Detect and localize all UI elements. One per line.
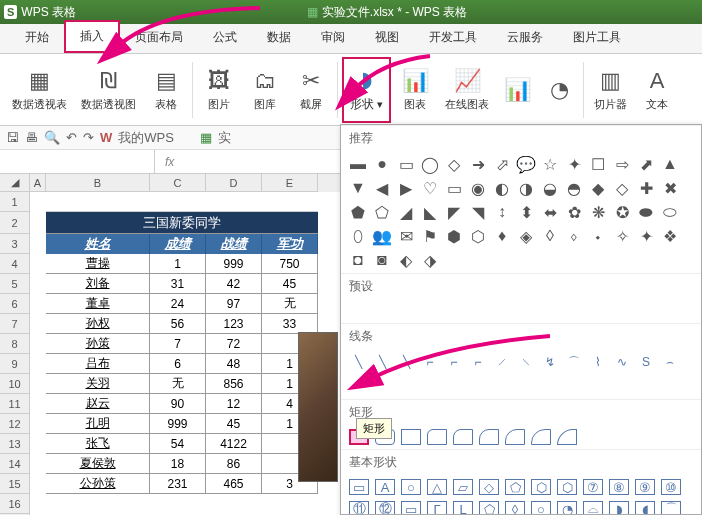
line-shape-option[interactable]: ╲ — [373, 353, 391, 371]
cell-score[interactable]: 18 — [150, 454, 206, 474]
row-header[interactable]: 15 — [0, 474, 29, 494]
shape-option[interactable]: ◉ — [469, 179, 487, 197]
basic-shape-option[interactable]: ⬡ — [557, 479, 577, 495]
shape-option[interactable]: ◙ — [373, 251, 391, 269]
tab-pictools[interactable]: 图片工具 — [558, 22, 636, 53]
shape-option[interactable]: ◒ — [541, 179, 559, 197]
tab-formula[interactable]: 公式 — [198, 22, 252, 53]
cell-name[interactable]: 张飞 — [46, 434, 150, 454]
shape-option[interactable]: ⬢ — [445, 227, 463, 245]
line-shape-option[interactable]: ╲ — [349, 353, 367, 371]
cell-score[interactable]: 999 — [150, 414, 206, 434]
cell-name[interactable]: 关羽 — [46, 374, 150, 394]
shape-option[interactable]: ▭ — [445, 179, 463, 197]
shape-option[interactable]: 💬 — [517, 155, 535, 173]
cell-battle[interactable]: 48 — [206, 354, 262, 374]
line-shape-option[interactable]: ⌐ — [421, 353, 439, 371]
shape-option[interactable]: ❋ — [589, 203, 607, 221]
shape-option[interactable]: ▼ — [349, 179, 367, 197]
cell-battle[interactable]: 465 — [206, 474, 262, 494]
shape-option[interactable]: ✪ — [613, 203, 631, 221]
cell-battle[interactable]: 4122 — [206, 434, 262, 454]
online-chart-button[interactable]: 📈在线图表 — [439, 57, 495, 123]
table-button[interactable]: ▤表格 — [144, 57, 188, 123]
cell-name[interactable]: 孔明 — [46, 414, 150, 434]
cell-name[interactable]: 吕布 — [46, 354, 150, 374]
tab-review[interactable]: 审阅 — [306, 22, 360, 53]
line-shape-option[interactable]: ⌒ — [565, 353, 583, 371]
basic-shape-option[interactable]: ⑦ — [583, 479, 603, 495]
row-header[interactable]: 4 — [0, 254, 29, 274]
basic-shape-option[interactable]: ◗ — [609, 501, 629, 515]
shape-option[interactable]: ✚ — [637, 179, 655, 197]
select-all-corner[interactable]: ◢ — [0, 174, 29, 192]
rect-shape-option[interactable] — [557, 429, 577, 445]
line-shape-option[interactable]: ⌐ — [469, 353, 487, 371]
shape-option[interactable]: ◣ — [421, 203, 439, 221]
cell-name[interactable]: 公孙策 — [46, 474, 150, 494]
cell-name[interactable]: 曹操 — [46, 254, 150, 274]
line-shape-option[interactable]: ⟋ — [493, 353, 511, 371]
col-header[interactable]: B — [46, 174, 150, 192]
basic-shape-option[interactable]: ◔ — [557, 501, 577, 515]
shape-option[interactable]: ◓ — [565, 179, 583, 197]
shape-option[interactable]: ◇ — [613, 179, 631, 197]
table-title[interactable]: 三国新委同学 — [46, 212, 318, 234]
cell-battle[interactable]: 86 — [206, 454, 262, 474]
row-header[interactable]: 8 — [0, 334, 29, 354]
col-header[interactable]: A — [30, 174, 46, 192]
col-header[interactable]: E — [262, 174, 318, 192]
cell-merit[interactable]: 45 — [262, 274, 318, 294]
basic-shape-option[interactable]: ⑩ — [661, 479, 681, 495]
shape-option[interactable]: ⬈ — [637, 155, 655, 173]
shape-option[interactable]: ⬨ — [565, 227, 583, 245]
save-icon[interactable]: 🖫 — [6, 130, 19, 145]
shapes-button[interactable]: ◗形状 ▾ — [342, 57, 391, 123]
basic-shape-option[interactable]: ◖ — [635, 501, 655, 515]
empty-row[interactable] — [46, 192, 318, 212]
line-shape-option[interactable]: ⌇ — [589, 353, 607, 371]
shape-option[interactable]: ✖ — [661, 179, 679, 197]
cell-name[interactable]: 董卓 — [46, 294, 150, 314]
basic-shape-option[interactable]: ⬡ — [531, 479, 551, 495]
row-header[interactable]: 11 — [0, 394, 29, 414]
shape-option[interactable]: ↕ — [493, 203, 511, 221]
basic-shape-option[interactable]: ⑨ — [635, 479, 655, 495]
cell-battle[interactable]: 72 — [206, 334, 262, 354]
basic-shape-option[interactable]: ○ — [531, 501, 551, 515]
col-score[interactable]: 成绩 — [150, 234, 206, 254]
shape-option[interactable]: ☆ — [541, 155, 559, 173]
print-icon[interactable]: 🖶 — [25, 130, 38, 145]
shape-option[interactable]: ✧ — [613, 227, 631, 245]
tab-cloud[interactable]: 云服务 — [492, 22, 558, 53]
cell-battle[interactable]: 999 — [206, 254, 262, 274]
pivot-chart-button[interactable]: ₪数据透视图 — [75, 57, 142, 123]
basic-shape-option[interactable]: ⬠ — [479, 501, 499, 515]
rect-shape-option[interactable] — [505, 429, 525, 445]
shape-option[interactable]: ⬗ — [421, 251, 439, 269]
cell-score[interactable]: 1 — [150, 254, 206, 274]
shape-option[interactable]: ◑ — [517, 179, 535, 197]
rect-shape-option[interactable] — [531, 429, 551, 445]
col-name[interactable]: 姓名 — [46, 234, 150, 254]
basic-shape-option[interactable]: A — [375, 479, 395, 495]
shape-option[interactable]: ✿ — [565, 203, 583, 221]
shape-option[interactable]: ◥ — [469, 203, 487, 221]
textbox-button[interactable]: A文本 — [635, 57, 679, 123]
cell-battle[interactable]: 45 — [206, 414, 262, 434]
shape-option[interactable]: ➜ — [469, 155, 487, 173]
shape-option[interactable]: 👥 — [373, 227, 391, 245]
rect-shape-option[interactable] — [401, 429, 421, 445]
shape-option[interactable]: ⬠ — [373, 203, 391, 221]
shape-option[interactable]: ⬯ — [349, 227, 367, 245]
mywps-label[interactable]: 我的WPS — [118, 129, 174, 147]
shape-option[interactable]: ⬬ — [637, 203, 655, 221]
cell-battle[interactable]: 97 — [206, 294, 262, 314]
cell-merit[interactable]: 无 — [262, 294, 318, 314]
cell-battle[interactable]: 42 — [206, 274, 262, 294]
cell-name[interactable]: 夏侯敦 — [46, 454, 150, 474]
tab-devtools[interactable]: 开发工具 — [414, 22, 492, 53]
tab-start[interactable]: 开始 — [10, 22, 64, 53]
rect-shape-option[interactable] — [427, 429, 447, 445]
shape-option[interactable]: ✦ — [637, 227, 655, 245]
